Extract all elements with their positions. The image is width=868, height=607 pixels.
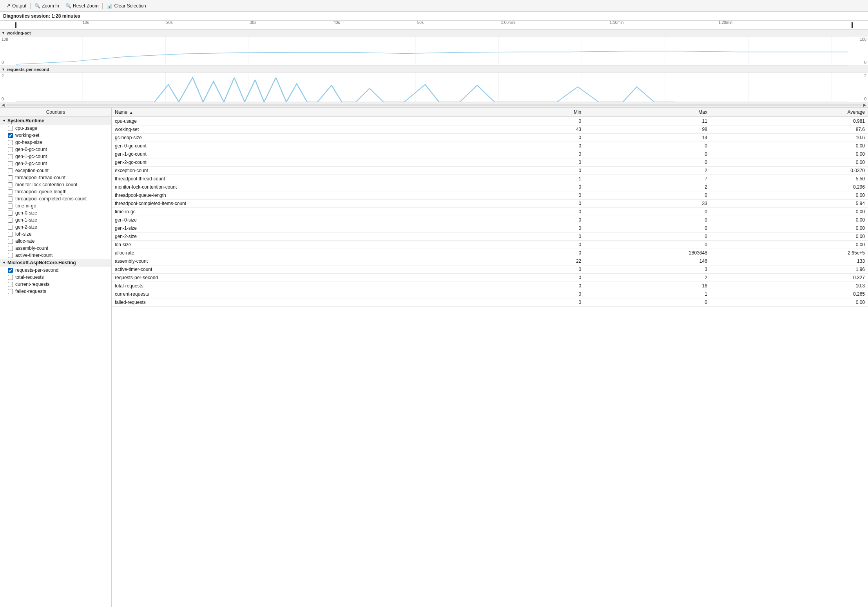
table-row[interactable]: active-timer-count 0 3 1.96 <box>112 265 868 274</box>
counter-threadpool-queue-length-checkbox[interactable] <box>8 189 13 194</box>
counter-gen-1-gc-count-label: gen-1-gc-count <box>15 154 47 159</box>
cell-max: 2 <box>584 183 710 191</box>
col-header-min[interactable]: Min <box>458 108 585 117</box>
col-header-name[interactable]: Name ▲ <box>112 108 458 117</box>
cell-min: 0 <box>458 183 585 191</box>
counter-gen-0-gc-count-checkbox[interactable] <box>8 147 13 152</box>
col-min-label: Min <box>574 109 581 115</box>
counter-time-in-gc-checkbox[interactable] <box>8 204 13 209</box>
counter-gc-heap-size[interactable]: gc-heap-size <box>0 139 111 146</box>
counter-requests-per-second[interactable]: requests-per-second <box>0 267 111 274</box>
col-header-average[interactable]: Average <box>710 108 868 117</box>
counter-total-requests[interactable]: total-requests <box>0 274 111 281</box>
counter-gen-0-gc-count[interactable]: gen-0-gc-count <box>0 146 111 153</box>
counter-requests-per-second-checkbox[interactable] <box>8 268 13 273</box>
counter-threadpool-thread-count-checkbox[interactable] <box>8 175 13 180</box>
cell-max: 0 <box>584 142 710 150</box>
system-runtime-section-header[interactable]: ▼ System.Runtime <box>0 117 111 125</box>
counter-active-timer-count-label: active-timer-count <box>15 253 53 258</box>
counter-active-timer-count[interactable]: active-timer-count <box>0 252 111 259</box>
counter-time-in-gc[interactable]: time-in-gc <box>0 202 111 209</box>
table-row[interactable]: threadpool-completed-items-count 0 33 5.… <box>112 200 868 208</box>
counter-failed-requests-checkbox[interactable] <box>8 289 13 294</box>
table-row[interactable]: gen-2-gc-count 0 0 0.00 <box>112 158 868 167</box>
counter-current-requests[interactable]: current-requests <box>0 281 111 288</box>
reset-zoom-button[interactable]: 🔍 Reset Zoom <box>62 2 101 9</box>
counter-threadpool-queue-length[interactable]: threadpool-queue-length <box>0 188 111 195</box>
table-row[interactable]: gc-heap-size 0 14 10.6 <box>112 134 868 142</box>
counter-cpu-usage[interactable]: cpu-usage <box>0 125 111 132</box>
aspnetcore-section-header[interactable]: ▼ Microsoft.AspNetCore.Hosting <box>0 259 111 267</box>
table-row[interactable]: cpu-usage 0 11 0.981 <box>112 117 868 125</box>
counter-loh-size[interactable]: loh-size <box>0 231 111 238</box>
counter-threadpool-completed-items-count-checkbox[interactable] <box>8 196 13 202</box>
ruler-end-marker <box>852 22 853 28</box>
counter-monitor-lock-contention-count[interactable]: monitor-lock-contention-count <box>0 181 111 188</box>
cell-max: 0 <box>584 158 710 167</box>
requests-collapse-icon[interactable]: ▼ <box>2 67 5 71</box>
counter-threadpool-thread-count[interactable]: threadpool-thread-count <box>0 174 111 181</box>
cell-average: 0.00 <box>710 158 868 167</box>
table-row[interactable]: loh-size 0 0 0.00 <box>112 241 868 249</box>
table-row[interactable]: total-requests 0 16 10.3 <box>112 282 868 290</box>
counter-alloc-rate[interactable]: alloc-rate <box>0 238 111 245</box>
counter-gen-2-size[interactable]: gen-2-size <box>0 224 111 231</box>
table-row[interactable]: working-set 43 98 87.6 <box>112 125 868 134</box>
counter-gen-0-size-checkbox[interactable] <box>8 211 13 216</box>
counter-total-requests-checkbox[interactable] <box>8 275 13 280</box>
table-row[interactable]: alloc-rate 0 2803648 2.65e+5 <box>112 249 868 257</box>
table-row[interactable]: assembly-count 22 146 133 <box>112 257 868 265</box>
counter-gen-1-size-checkbox[interactable] <box>8 218 13 223</box>
counter-gen-2-gc-count-checkbox[interactable] <box>8 161 13 166</box>
counter-assembly-count[interactable]: assembly-count <box>0 245 111 252</box>
table-row[interactable]: gen-2-size 0 0 0.00 <box>112 233 868 241</box>
counter-alloc-rate-checkbox[interactable] <box>8 239 13 244</box>
cell-min: 0 <box>458 249 585 257</box>
counter-active-timer-count-checkbox[interactable] <box>8 253 13 258</box>
counter-loh-size-checkbox[interactable] <box>8 232 13 237</box>
zoom-in-button[interactable]: 🔍 Zoom In <box>31 2 62 9</box>
counter-working-set[interactable]: working-set <box>0 132 111 139</box>
table-row[interactable]: threadpool-thread-count 1 7 5.50 <box>112 175 868 183</box>
ruler-tick-1min: 1:00min <box>501 20 515 25</box>
counter-failed-requests[interactable]: failed-requests <box>0 288 111 295</box>
counter-gen-0-size[interactable]: gen-0-size <box>0 209 111 216</box>
counter-gen-1-size[interactable]: gen-1-size <box>0 216 111 224</box>
counter-threadpool-completed-items-count[interactable]: threadpool-completed-items-count <box>0 195 111 202</box>
cell-name: current-requests <box>112 290 458 298</box>
table-row[interactable]: time-in-gc 0 0 0.00 <box>112 208 868 216</box>
table-row[interactable]: gen-0-gc-count 0 0 0.00 <box>112 142 868 150</box>
table-row[interactable]: gen-0-size 0 0 0.00 <box>112 216 868 224</box>
scroll-right-arrow[interactable]: ▶ <box>863 103 866 107</box>
col-header-max[interactable]: Max <box>584 108 710 117</box>
table-row[interactable]: gen-1-gc-count 0 0 0.00 <box>112 150 868 158</box>
counter-gc-heap-size-checkbox[interactable] <box>8 140 13 145</box>
chart-scrollbar[interactable]: ◀ ▶ <box>0 102 868 108</box>
counter-gen-1-gc-count-checkbox[interactable] <box>8 154 13 159</box>
table-row[interactable]: gen-1-size 0 0 0.00 <box>112 224 868 233</box>
scroll-left-arrow[interactable]: ◀ <box>2 103 5 107</box>
working-set-collapse-icon[interactable]: ▼ <box>2 31 5 35</box>
table-row[interactable]: current-requests 0 1 0.265 <box>112 290 868 298</box>
counter-assembly-count-checkbox[interactable] <box>8 246 13 251</box>
table-row[interactable]: exception-count 0 2 0.0370 <box>112 167 868 175</box>
counters-table: Name ▲ Min Max Average <box>112 108 868 307</box>
counter-gen-1-gc-count[interactable]: gen-1-gc-count <box>0 153 111 160</box>
cell-average: 0.00 <box>710 208 868 216</box>
output-button[interactable]: ↗ Output <box>3 2 29 9</box>
counter-cpu-usage-checkbox[interactable] <box>8 126 13 131</box>
counter-working-set-checkbox[interactable] <box>8 133 13 138</box>
counter-exception-count[interactable]: exception-count <box>0 167 111 174</box>
counter-current-requests-checkbox[interactable] <box>8 282 13 287</box>
counter-gen-2-gc-count[interactable]: gen-2-gc-count <box>0 160 111 167</box>
table-row[interactable]: requests-per-second 0 2 0.327 <box>112 274 868 282</box>
counter-gen-2-gc-count-label: gen-2-gc-count <box>15 161 47 166</box>
table-row[interactable]: threadpool-queue-length 0 0 0.00 <box>112 191 868 200</box>
counter-gen-2-size-checkbox[interactable] <box>8 225 13 230</box>
requests-per-second-chart-header: ▼ requests-per-second <box>0 66 868 73</box>
counter-exception-count-checkbox[interactable] <box>8 168 13 173</box>
table-row[interactable]: monitor-lock-contention-count 0 2 0.296 <box>112 183 868 191</box>
table-row[interactable]: failed-requests 0 0 0.00 <box>112 298 868 307</box>
clear-selection-button[interactable]: 📊 Clear Selection <box>103 2 149 9</box>
counter-monitor-lock-contention-count-checkbox[interactable] <box>8 182 13 187</box>
